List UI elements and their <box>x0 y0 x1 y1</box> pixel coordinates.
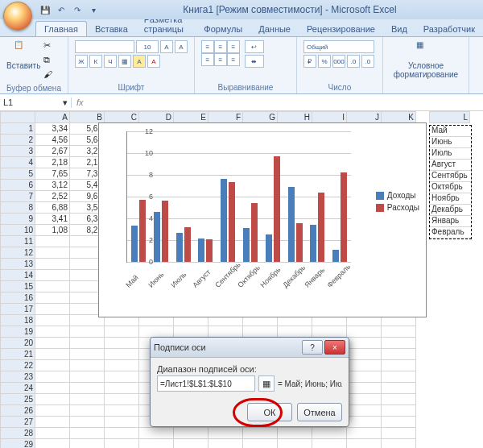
dialog-help-button[interactable]: ? <box>302 340 323 355</box>
cell[interactable] <box>382 383 416 394</box>
cell[interactable] <box>312 326 347 338</box>
cell[interactable] <box>382 326 416 338</box>
col-header[interactable]: K <box>382 112 416 123</box>
cell[interactable] <box>382 417 416 428</box>
border-icon[interactable]: ▦ <box>118 55 131 68</box>
row-header[interactable]: 24 <box>1 383 35 394</box>
row-header[interactable]: 11 <box>1 236 35 247</box>
cell[interactable]: 6,88 <box>35 202 70 214</box>
cell[interactable] <box>139 326 174 338</box>
cell[interactable]: 2,18 <box>35 157 70 168</box>
row-header[interactable]: 14 <box>1 270 35 281</box>
cell[interactable] <box>312 428 347 439</box>
cell[interactable] <box>105 394 139 405</box>
comma-icon[interactable]: 000 <box>332 55 345 68</box>
cell[interactable] <box>347 428 382 439</box>
row-header[interactable]: 9 <box>1 214 35 225</box>
cell[interactable]: 1,08 <box>35 225 70 236</box>
cell[interactable] <box>347 326 382 338</box>
row-header[interactable]: 17 <box>1 304 35 315</box>
row-header[interactable]: 10 <box>1 225 35 236</box>
col-header[interactable]: C <box>105 112 139 123</box>
cell[interactable] <box>105 338 139 349</box>
cell[interactable] <box>278 428 312 439</box>
cell[interactable] <box>278 326 312 338</box>
cell[interactable] <box>35 236 70 247</box>
align-left-icon[interactable]: ≡ <box>201 53 214 66</box>
cell[interactable] <box>382 371 416 383</box>
dec-decimal-icon[interactable]: .0 <box>361 55 374 68</box>
fill-color-icon[interactable]: A <box>133 55 146 68</box>
cell[interactable] <box>347 338 382 349</box>
col-header[interactable]: I <box>312 112 347 123</box>
cell[interactable] <box>105 439 139 449</box>
row-header[interactable]: 19 <box>1 326 35 338</box>
cell[interactable] <box>35 405 70 417</box>
cell[interactable] <box>35 292 70 304</box>
row-header[interactable]: 8 <box>1 202 35 214</box>
cell[interactable] <box>347 439 382 449</box>
cell[interactable] <box>105 405 139 417</box>
cell[interactable] <box>382 349 416 360</box>
cell[interactable] <box>139 439 174 449</box>
cell[interactable] <box>347 405 382 417</box>
grow-font-icon[interactable]: A <box>160 40 173 53</box>
worksheet-area[interactable]: ABCDEFGHIJK13,345,6724,565,6432,673,2142… <box>0 111 483 448</box>
cell[interactable] <box>35 315 70 326</box>
cell[interactable] <box>243 439 278 449</box>
cell[interactable] <box>347 394 382 405</box>
align-bottom-icon[interactable]: ≡ <box>227 40 240 53</box>
name-box[interactable]: L1 ▾ <box>0 97 72 108</box>
cell[interactable] <box>70 338 105 349</box>
cell[interactable] <box>347 360 382 371</box>
row-header[interactable]: 27 <box>1 417 35 428</box>
col-header[interactable]: J <box>347 112 382 123</box>
cell[interactable] <box>70 349 105 360</box>
cell[interactable]: 7,65 <box>35 168 70 180</box>
cell[interactable] <box>347 349 382 360</box>
range-picker-icon[interactable]: ▦ <box>258 375 275 392</box>
row-header[interactable]: 5 <box>1 168 35 180</box>
office-button[interactable] <box>3 2 32 31</box>
cell[interactable] <box>278 439 312 449</box>
cell[interactable] <box>382 428 416 439</box>
cell[interactable]: 3,34 <box>35 123 70 135</box>
col-header-L[interactable]: L <box>430 112 470 123</box>
tab-1[interactable]: Вставка <box>87 22 136 36</box>
row-header[interactable]: 15 <box>1 281 35 292</box>
axis-range-input[interactable]: =Лист1!$L$1:$L$10 <box>157 375 255 392</box>
qat-dropdown-icon[interactable]: ▾ <box>87 3 100 16</box>
cell[interactable] <box>70 383 105 394</box>
cell[interactable] <box>382 439 416 449</box>
col-header[interactable]: F <box>208 112 243 123</box>
cell[interactable] <box>105 326 139 338</box>
cell[interactable] <box>243 326 278 338</box>
cell[interactable] <box>70 439 105 449</box>
italic-button[interactable]: К <box>89 55 102 68</box>
cell[interactable] <box>382 338 416 349</box>
cell[interactable] <box>382 360 416 371</box>
cell[interactable] <box>35 371 70 383</box>
cell[interactable] <box>105 349 139 360</box>
cell[interactable] <box>35 247 70 259</box>
col-header[interactable]: A <box>35 112 70 123</box>
inc-decimal-icon[interactable]: .0 <box>347 55 360 68</box>
cell[interactable] <box>70 360 105 371</box>
row-header[interactable]: 16 <box>1 292 35 304</box>
cell[interactable] <box>105 383 139 394</box>
cell[interactable] <box>35 417 70 428</box>
row-header[interactable]: 2 <box>1 135 35 146</box>
copy-icon[interactable]: ⧉ <box>43 55 56 68</box>
font-size-select[interactable]: 10 <box>136 40 159 53</box>
align-top-icon[interactable]: ≡ <box>201 40 214 53</box>
tab-7[interactable]: Разработчик <box>415 22 483 36</box>
cell[interactable] <box>70 394 105 405</box>
cell[interactable] <box>105 371 139 383</box>
cell[interactable] <box>174 428 208 439</box>
cell[interactable] <box>35 304 70 315</box>
cell[interactable] <box>35 360 70 371</box>
row-header[interactable]: 18 <box>1 315 35 326</box>
col-header[interactable]: D <box>139 112 174 123</box>
cell[interactable] <box>35 270 70 281</box>
col-header[interactable]: B <box>70 112 105 123</box>
